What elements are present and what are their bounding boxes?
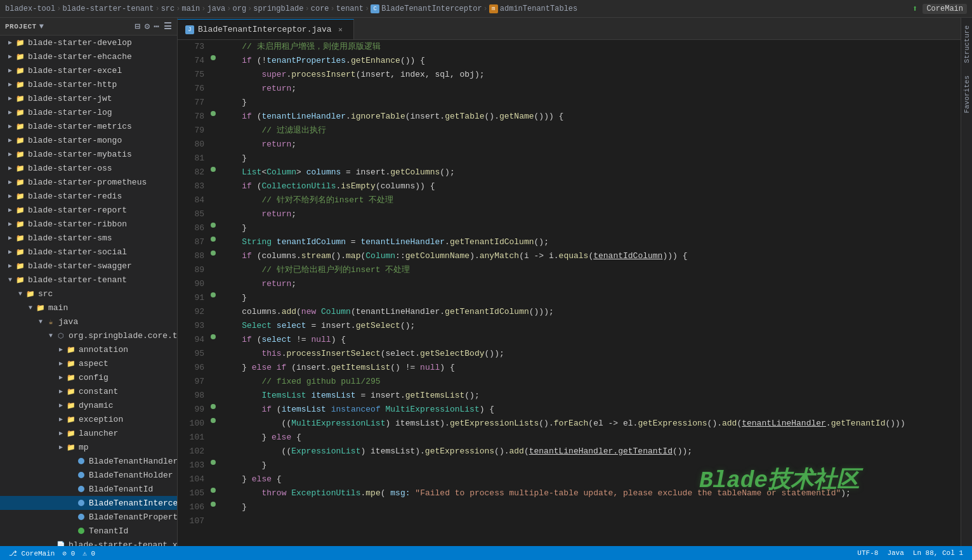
tree-item-excel[interactable]: ▶ 📁 blade-starter-excel [0, 63, 177, 77]
gear-icon[interactable]: ☰ [164, 21, 173, 32]
tree-item-package[interactable]: ▼ ⬡ org.springblade.core.tenan [0, 329, 177, 342]
errors-status[interactable]: ⊘ 0 [58, 549, 79, 557]
tree-item-metrics[interactable]: ▶ 📁 blade-starter-metrics [0, 119, 177, 133]
tree-item-social[interactable]: ▶ 📁 blade-starter-social [0, 245, 177, 259]
breadcrumb-tenant[interactable]: blade-starter-tenant [62, 4, 154, 13]
tree-label: blade-starter-mybatis [28, 150, 132, 159]
tree-label: aspect [79, 359, 108, 368]
tree-item-log[interactable]: ▶ 📁 blade-starter-log [0, 105, 177, 119]
structure-label[interactable]: Structure [963, 25, 971, 63]
breadcrumb-main[interactable]: main [181, 4, 200, 13]
favorites-label[interactable]: Favorites [963, 75, 971, 113]
tree-item-holder[interactable]: ▶ BladeTenantHolder [0, 468, 177, 482]
tree-label: blade-starter-social [28, 247, 127, 257]
tree-label: java [58, 317, 78, 327]
tree-item-starter-tenant[interactable]: ▼ 📁 blade-starter-tenant [0, 273, 177, 287]
folder-icon: 📁 [66, 442, 76, 452]
arrow-icon: ▶ [5, 53, 15, 60]
gutter-marker [211, 167, 216, 172]
tree-item-http[interactable]: ▶ 📁 blade-starter-http [0, 77, 177, 91]
more-icon[interactable]: ⋯ [154, 21, 160, 32]
tree-item-dynamic[interactable]: ▶ 📁 dynamic [0, 398, 177, 412]
tree-item-mp[interactable]: ▶ 📁 mp [0, 440, 177, 454]
code-line-104: } else { [222, 472, 956, 486]
folder-icon: 📁 [15, 163, 25, 173]
gutter [209, 40, 217, 546]
tree-item-constant[interactable]: ▶ 📁 constant [0, 384, 177, 398]
tree-item-properties[interactable]: ▶ BladeTenantProperties [0, 510, 177, 524]
sidebar-tree[interactable]: ▶ 📁 blade-starter-develop ▶ 📁 blade-star… [0, 36, 177, 546]
tree-item-aspect[interactable]: ▶ 📁 aspect [0, 356, 177, 370]
folder-icon: 📁 [15, 261, 25, 271]
java-file-icon [76, 470, 86, 480]
arrow-icon: ▶ [5, 206, 15, 214]
cursor-position[interactable]: Ln 88, Col 1 [909, 549, 967, 557]
arrow-icon: ▶ [56, 401, 66, 409]
code-line-99: if (itemsList instanceof MultiExpression… [222, 403, 956, 417]
branch-label[interactable]: CoreMain [923, 4, 967, 14]
tree-item-redis[interactable]: ▶ 📁 blade-starter-redis [0, 189, 177, 203]
tree-item-mybatis[interactable]: ▶ 📁 blade-starter-mybatis [0, 147, 177, 161]
main-layout: Project ▼ ⊟ ⚙ ⋯ ☰ ▶ 📁 blade-starter-deve… [0, 18, 972, 546]
code-line-102: ((ExpressionList) itemsList).getExpressi… [222, 445, 956, 459]
tree-item-main[interactable]: ▼ 📁 main [0, 301, 177, 315]
arrow-icon: ▶ [5, 81, 15, 88]
tab-close-button[interactable]: ✕ [336, 25, 346, 34]
folder-icon: 📁 [15, 93, 25, 103]
arrow-icon: ▶ [5, 94, 15, 102]
tree-item-tenantid[interactable]: ▶ BladeTenantId [0, 482, 177, 496]
encoding-status[interactable]: UTF-8 [853, 549, 882, 557]
code-line-89: // 针对已给出租户列的insert 不处理 [222, 263, 956, 277]
tree-item-src[interactable]: ▼ 📁 src [0, 287, 177, 301]
tab-interceptor[interactable]: J BladeTenantInterceptor.java ✕ [178, 19, 354, 39]
breadcrumb-class[interactable]: BladeTenantInterceptor [381, 4, 482, 13]
folder-icon: 📁 [15, 219, 25, 229]
language-status[interactable]: Java [883, 549, 907, 557]
tree-item-report[interactable]: ▶ 📁 blade-starter-report [0, 203, 177, 217]
tree-item-annotation[interactable]: ▶ 📁 annotation [0, 342, 177, 356]
method-icon: m [489, 4, 498, 13]
tree-item-ribbon[interactable]: ▶ 📁 blade-starter-ribbon [0, 217, 177, 231]
tree-item-exception[interactable]: ▶ 📁 exception [0, 412, 177, 426]
breadcrumb-tenant-pkg[interactable]: tenant [336, 4, 364, 13]
breadcrumb-org[interactable]: org [233, 4, 247, 13]
breadcrumb-bladex[interactable]: bladex-tool [5, 4, 55, 13]
package-icon: ⬡ [56, 330, 66, 341]
tree-item-swagger[interactable]: ▶ 📁 blade-starter-swagger [0, 259, 177, 273]
folder-icon: 📁 [15, 65, 25, 75]
tree-item-mongo[interactable]: ▶ 📁 blade-starter-mongo [0, 133, 177, 147]
gutter-marker [211, 111, 216, 116]
tree-item-interceptor[interactable]: ▶ BladeTenantInterceptor [0, 496, 177, 510]
breadcrumb-method[interactable]: adminTenantTables [500, 4, 577, 13]
arrow-icon: ▶ [5, 248, 15, 256]
tree-item-tenantid2[interactable]: ▶ TenantId [0, 524, 177, 538]
tree-item-sms[interactable]: ▶ 📁 blade-starter-sms [0, 231, 177, 245]
status-bar-right: UTF-8 Java Ln 88, Col 1 [853, 549, 967, 557]
tree-item-ehcache[interactable]: ▶ 📁 blade-starter-ehcache [0, 49, 177, 63]
tree-item-jwt[interactable]: ▶ 📁 blade-starter-jwt [0, 91, 177, 105]
code-line-106: } [222, 500, 956, 514]
tree-item-java[interactable]: ▼ ☕ java [0, 315, 177, 329]
breadcrumb-springblade[interactable]: springblade [253, 4, 303, 13]
tree-item-config[interactable]: ▶ 📁 config [0, 370, 177, 384]
tree-item-prometheus[interactable]: ▶ 📁 blade-starter-prometheus [0, 175, 177, 189]
collapse-icon[interactable]: ⊟ [135, 21, 141, 32]
code-line-80: return; [222, 138, 956, 152]
tree-item-oss[interactable]: ▶ 📁 blade-starter-oss [0, 161, 177, 175]
tree-label: blade-starter-log [28, 108, 112, 117]
breadcrumb-core[interactable]: core [311, 4, 329, 13]
breadcrumb-java[interactable]: java [207, 4, 225, 13]
gutter-marker [211, 237, 216, 242]
code-line-96: } else if (insert.getItemsList() != null… [222, 361, 956, 375]
code-line-91: } [222, 291, 956, 305]
breadcrumb-src[interactable]: src [161, 4, 175, 13]
tree-item-xml1[interactable]: ▶ 📄 blade-starter-tenant.xml [0, 538, 177, 546]
tree-item-launcher[interactable]: ▶ 📁 launcher [0, 426, 177, 440]
code-content[interactable]: // 未启用租户增强，则使用原版逻辑 if (!tenantProperties… [217, 40, 961, 546]
warnings-status[interactable]: ⚠ 0 [79, 549, 99, 557]
settings-icon[interactable]: ⚙ [145, 21, 150, 32]
tree-item-handler[interactable]: ▶ BladeTenantHandler [0, 454, 177, 468]
git-status[interactable]: ⎇ CoreMain [5, 549, 58, 557]
folder-icon: 📁 [15, 233, 25, 243]
tree-item-develop[interactable]: ▶ 📁 blade-starter-develop [0, 36, 177, 49]
